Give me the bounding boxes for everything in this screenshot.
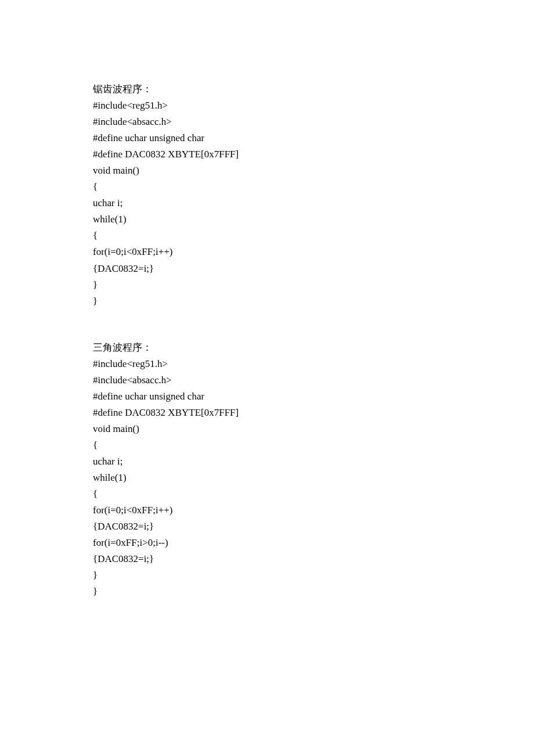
code-line: #define DAC0832 XBYTE[0x7FFF] — [93, 149, 239, 160]
code-line: { — [93, 488, 98, 499]
code-block-sawtooth: 锯齿波程序： #include<reg51.h> #include<absacc… — [93, 81, 441, 309]
code-line: {DAC0832=i;} — [93, 263, 154, 274]
code-line: while(1) — [93, 472, 127, 483]
block2-title: 三角波程序： — [93, 342, 152, 353]
code-line: {DAC0832=i;} — [93, 521, 154, 532]
document-page: 锯齿波程序： #include<reg51.h> #include<absacc… — [0, 0, 534, 600]
code-line: } — [93, 570, 98, 581]
code-line: for(i=0;i<0xFF;i++) — [93, 246, 173, 257]
code-line: #include<reg51.h> — [93, 100, 168, 111]
code-line: void main() — [93, 423, 139, 434]
code-line: #define DAC0832 XBYTE[0x7FFF] — [93, 407, 239, 418]
code-line: void main() — [93, 165, 139, 176]
code-line: } — [93, 586, 98, 597]
code-line: for(i=0xFF;i>0;i--) — [93, 537, 168, 548]
code-line: #include<absacc.h> — [93, 116, 172, 127]
block1-title: 锯齿波程序： — [93, 84, 152, 95]
code-line: { — [93, 440, 98, 451]
code-line: uchar i; — [93, 456, 122, 467]
code-line: } — [93, 296, 98, 307]
code-line: while(1) — [93, 214, 127, 225]
code-line: {DAC0832=i;} — [93, 553, 154, 564]
code-line: } — [93, 279, 98, 290]
code-line: for(i=0;i<0xFF;i++) — [93, 505, 173, 516]
code-line: #include<reg51.h> — [93, 358, 168, 369]
code-line: #include<absacc.h> — [93, 375, 172, 386]
code-block-triangle: 三角波程序： #include<reg51.h> #include<absacc… — [93, 340, 441, 600]
code-line: #define uchar unsigned char — [93, 132, 204, 143]
code-line: uchar i; — [93, 197, 122, 208]
code-line: { — [93, 230, 98, 241]
code-line: #define uchar unsigned char — [93, 391, 204, 402]
code-line: { — [93, 181, 98, 192]
